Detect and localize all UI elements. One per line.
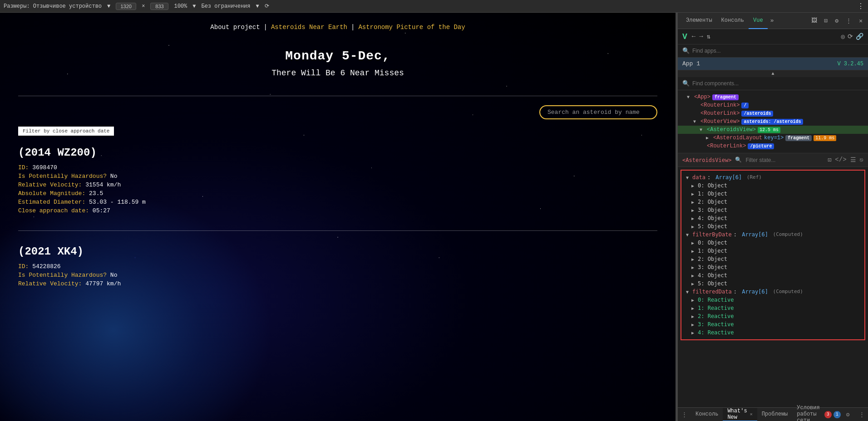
- tree-toggle-asteroidsview[interactable]: ▼: [700, 127, 705, 132]
- nav-asteroids[interactable]: Asteroids Near Earth: [271, 24, 347, 31]
- close-icon[interactable]: ✕: [857, 16, 864, 25]
- settings-icon[interactable]: ⚙: [833, 16, 840, 25]
- toolbar-rotate-icon[interactable]: ⟳: [265, 3, 269, 10]
- asteroid-velocity-1: Relative Velocity: 31554 km/h: [18, 181, 657, 188]
- state-data-row[interactable]: ▼ data : Array[6] (Ref): [681, 173, 864, 181]
- find-apps-input[interactable]: [692, 48, 863, 54]
- state-fbd-2[interactable]: ▶ 2: Object: [681, 255, 864, 263]
- state-data-4[interactable]: ▶ 4: Object: [681, 214, 864, 222]
- toolbar-dropdown-icon[interactable]: ▼: [107, 3, 110, 10]
- devtools-topbar: Элементы Консоль Vue » 🖼 ⊡ ⚙ ⋮ ✕: [678, 13, 868, 29]
- vue-header: V ← → ⇅ ◎ ⟳ 🔗: [678, 29, 868, 44]
- more-icon[interactable]: ⋮: [844, 16, 853, 25]
- asteroid-closedate-1: Close approach date: 05:27: [18, 207, 657, 214]
- hero-section: Monday 5-Dec, There Will Be 6 Near Misse…: [18, 40, 657, 87]
- state-fbd-4[interactable]: ▶ 4: Object: [681, 271, 864, 279]
- nav-bar: About project | Asteroids Near Earth | A…: [18, 13, 657, 40]
- state-fd-1[interactable]: ▶ 1: Reactive: [681, 304, 864, 312]
- tree-item-asteroidlayout[interactable]: ▶ <AsteroidLayout key=1> fragment 11.9 m…: [678, 134, 868, 142]
- tree-item-routerview[interactable]: ▼ <RouterView> asteroids: /asteroids: [678, 117, 868, 126]
- link-icon[interactable]: 🔗: [856, 33, 863, 40]
- divider-top: [18, 96, 657, 96]
- bottom-right-badges: 3 1 ⚙ ⋮ ✕: [824, 411, 868, 418]
- devtools-icons: 🖼 ⊡ ⚙ ⋮ ✕: [809, 16, 864, 25]
- state-code-icon[interactable]: </>: [835, 156, 846, 164]
- toolbar-no-limit[interactable]: Без ограничения: [201, 3, 250, 10]
- refresh-icon[interactable]: ⟳: [848, 33, 853, 40]
- tree-item-asteroidsview[interactable]: ▼ <AsteroidsView> 12.5 ms: [678, 126, 868, 134]
- state-list-icon[interactable]: ☰: [850, 156, 856, 164]
- badge-errors: 3: [824, 411, 832, 418]
- tab-elements[interactable]: Элементы: [681, 13, 717, 29]
- app-item-1[interactable]: App 1 V 3.2.45: [678, 58, 868, 70]
- nav-apod[interactable]: Astronomy Picture of the Day: [358, 24, 465, 31]
- state-fbd-1[interactable]: ▶ 1: Object: [681, 247, 864, 255]
- asteroid-name-1: (2014 WZ200): [18, 147, 657, 159]
- app-name: App 1: [682, 60, 700, 67]
- state-fd-4[interactable]: ▶ 4: Reactive: [681, 328, 864, 337]
- nav-arrows: ← → ⇅: [691, 32, 711, 41]
- tree-item-routerlink-1[interactable]: <RouterLink> /: [678, 101, 868, 109]
- state-data-1[interactable]: ▶ 1: Object: [681, 190, 864, 198]
- state-component-label: <AsteroidsView>: [682, 157, 731, 163]
- state-fbd-5[interactable]: ▶ 5: Object: [681, 279, 864, 288]
- asteroid-id-2: ID: 54228826: [18, 263, 657, 270]
- more-bottom-icon[interactable]: ⋮: [855, 411, 868, 418]
- component-tree: ▼ <App> fragment <RouterLink> / <RouterL…: [678, 90, 868, 153]
- state-fd-3[interactable]: ▶ 3: Reactive: [681, 320, 864, 328]
- state-filter-input[interactable]: [745, 157, 824, 163]
- bottom-more-icon[interactable]: ⋮: [678, 411, 691, 418]
- bottom-tab-problems[interactable]: Проблемы: [757, 408, 793, 421]
- asteroid-card-2: (2021 XK4) ID: 54228826 Is Potentially H…: [18, 240, 657, 294]
- toolbar-menu-icon[interactable]: ⋮: [857, 2, 864, 11]
- state-data-2[interactable]: ▶ 2: Object: [681, 198, 864, 206]
- forward-arrow-icon[interactable]: →: [698, 32, 704, 41]
- badge-routerlink-1: /: [741, 103, 749, 108]
- tab-console[interactable]: Консоль: [717, 13, 749, 29]
- state-content-box: ▼ data : Array[6] (Ref) ▶ 0: Object ▶ 1:…: [681, 170, 865, 340]
- bottom-tab-console[interactable]: Консоль: [691, 408, 723, 421]
- tree-item-routerlink-3[interactable]: <RouterLink> /picture: [678, 142, 868, 150]
- whatsnew-close-icon[interactable]: ✕: [750, 411, 753, 417]
- tree-item-app[interactable]: ▼ <App> fragment: [678, 93, 868, 101]
- bottom-tab-network[interactable]: Условия работы сети: [792, 408, 824, 421]
- app-version: V 3.2.45: [837, 61, 863, 67]
- toolbar-width-input[interactable]: [116, 3, 136, 10]
- state-fd-2[interactable]: ▶ 2: Reactive: [681, 312, 864, 320]
- state-filtereddata-row[interactable]: ▼ filteredData : Array[6] (Computed): [681, 288, 864, 296]
- state-fd-0[interactable]: ▶ 0: Reactive: [681, 296, 864, 304]
- bottom-tab-whatsnew[interactable]: What's New ✕: [723, 408, 757, 421]
- state-data-5[interactable]: ▶ 5: Object: [681, 222, 864, 230]
- state-data-3[interactable]: ▶ 3: Object: [681, 206, 864, 214]
- dock-icon[interactable]: ⊡: [823, 16, 830, 25]
- asteroid-hazard-1: Is Potentially Hazardous? No: [18, 173, 657, 180]
- tabs-more-icon[interactable]: »: [768, 17, 777, 24]
- toolbar-device-label: Размеры: Отзывчивое устройство: [4, 3, 102, 10]
- tree-item-routerlink-2[interactable]: <RouterLink> /asteroids: [678, 109, 868, 117]
- find-components-input[interactable]: [692, 80, 863, 87]
- filter-button[interactable]: Filter by close approach date: [18, 127, 114, 136]
- collapse-arrow[interactable]: ▲: [678, 70, 868, 77]
- merge-arrow-icon[interactable]: ⇅: [706, 32, 711, 41]
- state-external-icon[interactable]: ⎋: [860, 156, 863, 164]
- search-input[interactable]: [539, 105, 657, 119]
- tab-vue[interactable]: Vue: [749, 13, 768, 29]
- toolbar-zoom[interactable]: 100%: [174, 3, 187, 10]
- settings-bottom-icon[interactable]: ⚙: [843, 411, 853, 418]
- state-fbd-3[interactable]: ▶ 3: Object: [681, 263, 864, 271]
- state-screenshot-icon[interactable]: ⊡: [828, 156, 831, 164]
- toolbar-height-input[interactable]: [150, 3, 168, 10]
- inspect-icon[interactable]: ◎: [841, 33, 845, 40]
- nav-about[interactable]: About project: [210, 24, 260, 31]
- state-fbd-0[interactable]: ▶ 0: Object: [681, 239, 864, 247]
- find-apps-bar: 🔍: [678, 44, 868, 58]
- badge-fragment-app: fragment: [712, 94, 739, 100]
- back-arrow-icon[interactable]: ←: [691, 32, 696, 41]
- webpage-panel: About project | Asteroids Near Earth | A…: [0, 13, 676, 421]
- tree-toggle-routerview[interactable]: ▼: [693, 119, 699, 124]
- tree-toggle-app[interactable]: ▼: [687, 95, 692, 100]
- tree-toggle-asteroidlayout[interactable]: ▶: [706, 135, 711, 141]
- screenshot-icon[interactable]: 🖼: [809, 16, 819, 25]
- state-filterbydate-row[interactable]: ▼ filterByDate : Array[6] (Computed): [681, 230, 864, 239]
- state-data-0[interactable]: ▶ 0: Object: [681, 181, 864, 190]
